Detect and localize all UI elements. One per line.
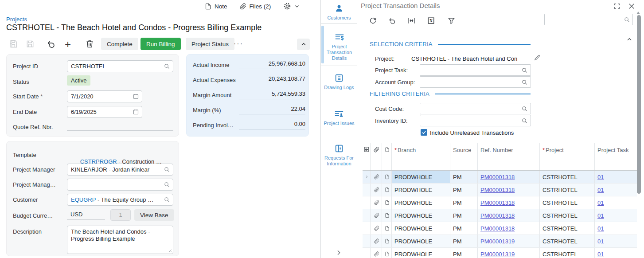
ref-number-cell[interactable]: PM00001319 [478, 248, 540, 258]
end-date-field[interactable] [67, 106, 142, 118]
quote-ref-field[interactable] [67, 122, 173, 131]
filter-icon[interactable] [447, 16, 456, 25]
column-header-source[interactable]: Source [450, 143, 478, 170]
ref-number-cell[interactable]: PM00001318 [478, 171, 540, 183]
account-group-field[interactable] [420, 76, 531, 88]
table-row[interactable]: PRODWHOLE PM PM00001319 CSTRHOTEL 01 [363, 235, 637, 248]
tab-drawing-logs[interactable]: Drawing Logs [321, 66, 358, 103]
save-icon[interactable] [26, 39, 35, 48]
project-cell[interactable]: CSTRHOTEL [540, 222, 595, 235]
project-task-link[interactable]: 01 [597, 174, 604, 180]
tools-menu-button[interactable] [283, 2, 300, 10]
search-icon[interactable] [521, 106, 528, 112]
cost-code-field[interactable] [420, 103, 531, 114]
note-cell[interactable] [382, 184, 392, 196]
export-excel-icon[interactable]: X [427, 16, 435, 25]
description-field[interactable]: The Beach Hotel and Condos - Progress Bi… [67, 226, 173, 255]
note-cell[interactable] [382, 196, 392, 209]
pencil-edit-icon[interactable] [534, 54, 541, 61]
ref-number-link[interactable]: PM00001319 [480, 238, 515, 245]
grid-search-field[interactable] [544, 14, 633, 25]
tab-requests-for-information[interactable]: Requests For Information [321, 138, 358, 178]
customer-link[interactable]: EQUGRP [71, 196, 96, 203]
project-task-link[interactable]: 01 [597, 251, 604, 258]
scrollbar-up-arrow[interactable] [636, 12, 640, 14]
calendar-icon[interactable] [133, 93, 139, 100]
search-icon[interactable] [521, 79, 528, 86]
resize-handle[interactable] [168, 249, 172, 253]
cancel-undo-icon[interactable] [46, 39, 56, 49]
search-icon[interactable] [521, 117, 528, 124]
inventory-id-input[interactable] [420, 115, 531, 126]
branch-cell[interactable]: PRODWHOLE [392, 171, 450, 183]
note-cell[interactable] [382, 248, 392, 258]
project-id-input[interactable] [67, 60, 173, 72]
row-settings-icon[interactable] [363, 143, 371, 170]
expand-fullscreen-icon[interactable] [613, 3, 621, 10]
project-task-cell[interactable]: 01 [595, 196, 637, 209]
expand-panel-chevron-icon[interactable] [335, 249, 342, 256]
breadcrumb[interactable]: Projects [6, 16, 27, 23]
project-cell[interactable]: CSTRHOTEL [540, 171, 595, 183]
grid-search-input[interactable] [544, 14, 633, 25]
tab-project-issues[interactable]: Project Issues [321, 103, 358, 138]
attachment-cell[interactable] [371, 196, 382, 209]
run-billing-button[interactable]: Run Billing [141, 38, 181, 50]
end-date-input[interactable] [67, 106, 142, 118]
complete-button[interactable]: Complete [101, 38, 138, 50]
branch-cell[interactable]: PRODWHOLE [392, 184, 450, 196]
calendar-icon[interactable] [133, 109, 139, 115]
branch-cell[interactable]: PRODWHOLE [392, 209, 450, 222]
project-manager2-field[interactable] [67, 179, 173, 191]
branch-cell[interactable]: PRODWHOLE [392, 248, 450, 258]
start-date-field[interactable] [67, 90, 142, 102]
ref-number-link[interactable]: PM00001318 [480, 199, 515, 206]
notes-column-icon[interactable] [382, 143, 392, 170]
currency-value[interactable]: USD [67, 209, 105, 220]
project-task-cell[interactable]: 01 [595, 209, 637, 222]
project-task-input[interactable] [420, 64, 531, 76]
project-manager-input[interactable] [67, 164, 173, 176]
project-task-field[interactable] [420, 64, 531, 76]
save-close-icon[interactable] [9, 39, 18, 48]
description-textarea[interactable]: The Beach Hotel and Condos - Progress Bi… [67, 226, 173, 254]
customer-field[interactable]: EQUGRP - The Equity Group … [67, 194, 173, 206]
files-button[interactable]: Files (2) [240, 3, 271, 10]
project-task-cell[interactable]: 01 [595, 248, 637, 258]
project-task-link[interactable]: 01 [597, 187, 604, 193]
tab-project-transaction-details[interactable]: $ Project Transaction Details [321, 23, 358, 66]
note-button[interactable]: Note [205, 3, 227, 10]
table-row[interactable]: PRODWHOLE PM PM00001318 CSTRHOTEL 01 [363, 209, 637, 222]
inventory-id-field[interactable] [420, 115, 531, 126]
project-id-field[interactable] [67, 60, 173, 72]
collapse-criteria-chevron-icon[interactable] [626, 36, 632, 43]
undo-icon[interactable] [388, 16, 396, 25]
search-icon[interactable] [164, 196, 170, 203]
fit-width-icon[interactable] [407, 16, 416, 25]
start-date-input[interactable] [67, 90, 142, 102]
project-task-cell[interactable]: 01 [595, 184, 637, 196]
project-manager-field[interactable] [67, 164, 173, 176]
ref-number-cell[interactable]: PM00001318 [478, 184, 540, 196]
table-row[interactable]: PRODWHOLE PM PM00001318 CSTRHOTEL 01 [363, 222, 637, 235]
ref-number-link[interactable]: PM00001318 [480, 174, 515, 180]
column-header-branch[interactable]: *Branch [392, 143, 450, 170]
ref-number-cell[interactable]: PM00001318 [478, 222, 540, 235]
attachment-cell[interactable] [371, 248, 382, 258]
table-row[interactable]: PRODWHOLE PM PM00001319 CSTRHOTEL 01 [363, 248, 637, 258]
column-header-ref-number[interactable]: Ref. Number [478, 143, 540, 170]
more-actions-button[interactable]: ··· [234, 40, 243, 48]
search-icon[interactable] [521, 67, 528, 74]
attachment-cell[interactable] [371, 222, 382, 235]
project-status-button[interactable]: Project Status [186, 38, 234, 50]
project-task-link[interactable]: 01 [597, 212, 604, 219]
table-row[interactable]: PRODWHOLE PM PM00001318 CSTRHOTEL 01 [363, 171, 637, 184]
attachment-cell[interactable] [371, 209, 382, 222]
column-header-project-task[interactable]: Project Task [595, 143, 637, 170]
attachment-cell[interactable] [371, 235, 382, 247]
close-panel-icon[interactable] [628, 2, 636, 10]
project-cell[interactable]: CSTRHOTEL [540, 248, 595, 258]
ref-number-link[interactable]: PM00001319 [480, 251, 515, 258]
ref-number-cell[interactable]: PM00001318 [478, 209, 540, 222]
tab-customers[interactable]: Customers [321, 0, 358, 23]
